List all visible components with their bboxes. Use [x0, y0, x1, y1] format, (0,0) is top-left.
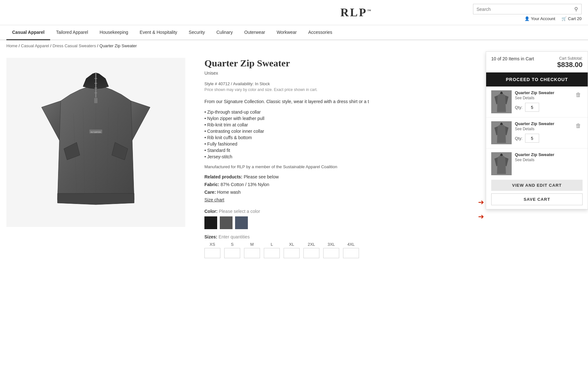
proceed-to-checkout-button[interactable]: PROCEED TO CHECKOUT	[486, 72, 588, 86]
size-col-xs: XS	[204, 242, 220, 258]
nav-item-tailored-apparel[interactable]: Tailored Apparel	[50, 25, 94, 40]
size-header-s: S	[231, 242, 234, 247]
cart-item-see-details-1[interactable]: See Details	[515, 96, 571, 100]
size-header-l: L	[271, 242, 273, 247]
search-bar: ⚲	[473, 4, 582, 14]
size-input-xs[interactable]	[204, 248, 220, 258]
account-icon: 👤	[524, 16, 530, 21]
size-col-m: M	[244, 242, 260, 258]
size-header-2xl: 2XL	[308, 242, 315, 247]
size-col-2xl: 2XL	[303, 242, 319, 258]
cart-item-thumbnail-3	[491, 152, 512, 175]
size-col-3xl: 3XL	[323, 242, 339, 258]
nav-item-security[interactable]: Security	[183, 25, 211, 40]
cart-item-see-details-2[interactable]: See Details	[515, 127, 571, 131]
cart-item-info-1: Quarter Zip Sweater See Details Qty:	[515, 90, 571, 112]
cart-item-delete-2[interactable]: 🗑	[574, 121, 583, 131]
header-right: ⚲ 👤 Your Account 🛒 Cart 20	[473, 4, 582, 21]
nav-item-workwear[interactable]: Workwear	[271, 25, 302, 40]
breadcrumb-current: Quarter Zip Sweater	[99, 43, 137, 48]
size-input-s[interactable]	[224, 248, 240, 258]
size-header-3xl: 3XL	[327, 242, 335, 247]
color-section: Color: Please select a color	[204, 209, 582, 229]
svg-rect-5	[94, 98, 98, 103]
cart-item-title-2: Quarter Zip Sweater	[515, 121, 571, 126]
size-col-xl: XL	[284, 242, 300, 258]
nav-item-culinary[interactable]: Culinary	[210, 25, 238, 40]
size-header-4xl: 4XL	[347, 242, 355, 247]
breadcrumb-dress-casual-sweaters[interactable]: Dress Casual Sweaters	[53, 43, 96, 48]
cart-item: Quarter Zip Sweater See Details Qty: 🗑	[486, 117, 588, 148]
nav-item-outerwear[interactable]: Outerwear	[239, 25, 271, 40]
site-logo: RLP™	[240, 6, 473, 19]
cart-item-qty-2: Qty:	[515, 134, 571, 143]
cart-icon: 🛒	[561, 16, 567, 21]
cart-dropdown-header: 10 of 20 Items in Cart Cart Subtotal: $8…	[486, 52, 588, 72]
nav-item-accessories[interactable]: Accessories	[302, 25, 338, 40]
cart-item-thumbnail-1	[491, 90, 512, 113]
qty-label-1: Qty:	[515, 105, 523, 110]
cart-item-delete-1[interactable]: 🗑	[574, 90, 583, 100]
sizes-table: XS S M L XL	[204, 242, 582, 258]
nav-item-housekeeping[interactable]: Housekeeping	[94, 25, 134, 40]
cart-item: Quarter Zip Sweater See Details Qty: 🗑	[486, 86, 588, 117]
breadcrumb-casual-apparel[interactable]: Casual Apparel	[21, 43, 49, 48]
nav-item-casual-apparel[interactable]: Casual Apparel	[6, 25, 50, 40]
cart-item-image-2	[491, 121, 512, 144]
qty-label-2: Qty:	[515, 136, 523, 141]
qty-input-1[interactable]	[525, 103, 539, 112]
main-nav: Casual Apparel Tailored Apparel Housekee…	[0, 25, 588, 40]
cart-item-info-3: Quarter Zip Sweater See Details	[515, 152, 583, 162]
size-header-m: M	[250, 242, 254, 247]
nav-item-event-hospitality[interactable]: Event & Hospitality	[134, 25, 183, 40]
breadcrumb: Home / Casual Apparel / Dress Casual Swe…	[0, 40, 588, 51]
svg-text:RLP EMPORA: RLP EMPORA	[91, 131, 101, 133]
cart-item-image-1	[491, 90, 512, 113]
size-input-4xl[interactable]	[343, 248, 359, 258]
cart-link[interactable]: 🛒 Cart 20	[561, 16, 582, 21]
cart-item-info-2: Quarter Zip Sweater See Details Qty:	[515, 121, 571, 143]
product-image: RLP EMPORA	[6, 58, 185, 227]
color-swatches	[204, 216, 582, 229]
cart-item-see-details-3[interactable]: See Details	[515, 158, 583, 162]
cart-items-list: Quarter Zip Sweater See Details Qty: 🗑	[486, 86, 588, 176]
size-chart-link[interactable]: Size chart	[204, 197, 224, 202]
product-image-svg: RLP EMPORA	[35, 66, 157, 219]
account-link[interactable]: 👤 Your Account	[524, 16, 555, 21]
size-input-xl[interactable]	[284, 248, 300, 258]
color-label: Color: Please select a color	[204, 209, 582, 214]
arrow-view-edit: ➔	[478, 198, 484, 207]
sizes-section: Sizes: Enter quantities XS S M L	[204, 234, 582, 258]
qty-input-2[interactable]	[525, 134, 539, 143]
cart-item-qty-1: Qty:	[515, 103, 571, 112]
size-col-4xl: 4XL	[343, 242, 359, 258]
color-swatch-navy[interactable]	[235, 216, 248, 229]
cart-item-title-3: Quarter Zip Sweater	[515, 152, 583, 157]
header-links: 👤 Your Account 🛒 Cart 20	[524, 16, 582, 21]
view-edit-cart-button[interactable]: VIEW AND EDIT CART	[491, 180, 583, 191]
main-content: RLP EMPORA Quarter Zip Sweater Unisex St…	[0, 51, 588, 265]
cart-item: Quarter Zip Sweater See Details	[486, 148, 588, 176]
cart-dropdown: 10 of 20 Items in Cart Cart Subtotal: $8…	[486, 51, 588, 209]
size-input-2xl[interactable]	[303, 248, 319, 258]
site-header: RLP™ ⚲ 👤 Your Account 🛒 Cart 20	[0, 0, 588, 25]
cart-subtotal-amount: $838.00	[557, 61, 583, 69]
arrow-save-cart: ➔	[478, 213, 484, 221]
size-col-l: L	[264, 242, 280, 258]
search-icon[interactable]: ⚲	[574, 6, 578, 12]
size-header-xs: XS	[210, 242, 215, 247]
cart-items-count: 10 of 20 Items in Cart	[491, 56, 534, 61]
cart-subtotal-block: Cart Subtotal: $838.00	[557, 56, 583, 69]
search-input[interactable]	[477, 7, 574, 12]
size-input-l[interactable]	[264, 248, 280, 258]
color-swatch-charcoal[interactable]	[220, 216, 233, 229]
breadcrumb-home[interactable]: Home	[6, 43, 18, 48]
cart-actions: VIEW AND EDIT CART SAVE CART	[486, 176, 588, 209]
size-input-3xl[interactable]	[323, 248, 339, 258]
size-input-m[interactable]	[244, 248, 260, 258]
cart-item-thumbnail-2	[491, 121, 512, 144]
size-header-xl: XL	[289, 242, 294, 247]
color-swatch-black[interactable]	[204, 216, 217, 229]
size-col-s: S	[224, 242, 240, 258]
save-cart-button[interactable]: SAVE CART	[491, 193, 583, 205]
